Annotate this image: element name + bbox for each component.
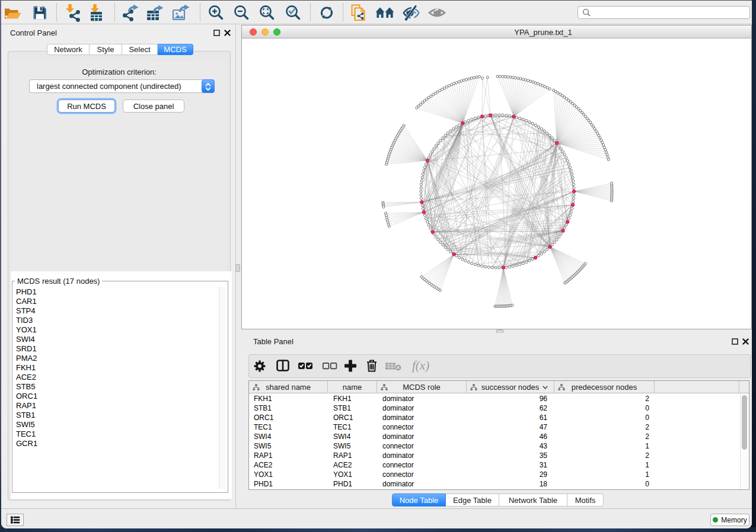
- cell-name: YOX1: [333, 470, 352, 479]
- mcds-result-item[interactable]: PMA2: [13, 354, 218, 363]
- mcds-result-item[interactable]: FKH1: [13, 363, 218, 373]
- mcds-result-scrollbar[interactable]: [219, 287, 225, 489]
- tab-node-table[interactable]: Node Table: [392, 493, 446, 507]
- hide-details-icon[interactable]: [401, 3, 422, 23]
- tab-network[interactable]: Network: [47, 44, 90, 55]
- table-row[interactable]: SWI5SWI5connector431: [249, 441, 735, 451]
- mcds-result-item[interactable]: YOX1: [13, 325, 218, 335]
- column-header-MCDS-role[interactable]: MCDS role: [377, 381, 467, 393]
- close-panel-icon[interactable]: [224, 30, 231, 36]
- mcds-result-item[interactable]: ORC1: [13, 392, 218, 401]
- close-panel-button[interactable]: Close panel: [123, 100, 184, 113]
- column-header-empty[interactable]: [655, 381, 739, 393]
- zoom-selected-icon[interactable]: [283, 3, 304, 23]
- show-details-icon[interactable]: [428, 3, 448, 23]
- clone-network-icon[interactable]: [349, 3, 369, 23]
- table-row[interactable]: TEC1TEC1connector472: [249, 422, 735, 432]
- table-row[interactable]: STB1STB1dominator620: [249, 403, 735, 413]
- open-session-icon[interactable]: [4, 3, 24, 23]
- tab-motifs[interactable]: Motifs: [567, 493, 604, 507]
- network-window-titlebar[interactable]: YPA_prune.txt_1: [242, 25, 751, 39]
- tab-style[interactable]: Style: [90, 44, 122, 55]
- mcds-result-item[interactable]: STP4: [13, 306, 218, 316]
- cell-predecessor-nodes: 2: [593, 432, 649, 441]
- table-row[interactable]: PHD1PHD1dominator180: [249, 479, 735, 489]
- add-column-icon[interactable]: [343, 358, 358, 376]
- column-header-label: name: [343, 383, 362, 392]
- mcds-result-item[interactable]: STB1: [13, 411, 218, 420]
- cell-successor-nodes: 61: [498, 413, 547, 422]
- delete-table-icon[interactable]: [385, 358, 403, 376]
- table-row[interactable]: ORC1ORC1dominator610: [249, 413, 735, 422]
- cell-name: ACE2: [333, 460, 352, 470]
- mcds-result-item[interactable]: RAP1: [13, 401, 218, 411]
- vertical-splitter-handle[interactable]: [235, 264, 240, 272]
- column-header-successor-nodes[interactable]: successor nodes: [467, 381, 554, 393]
- column-header-name[interactable]: name: [328, 381, 377, 393]
- export-table-icon[interactable]: [145, 3, 165, 23]
- delete-column-icon[interactable]: [365, 358, 379, 376]
- zoom-out-icon[interactable]: [232, 3, 252, 23]
- mcds-result-item[interactable]: SRD1: [13, 344, 218, 354]
- mcds-result-item[interactable]: SWI5: [13, 420, 218, 430]
- function-builder-icon[interactable]: f(x): [412, 358, 433, 376]
- mcds-result-item[interactable]: CAR1: [13, 297, 218, 306]
- deselect-all-icon[interactable]: [322, 358, 337, 376]
- mcds-result-item[interactable]: TEC1: [13, 430, 218, 439]
- column-header-label: shared name: [266, 383, 311, 392]
- table-row[interactable]: RAP1RAP1dominator352: [249, 451, 735, 460]
- mcds-result-item[interactable]: GCR1: [13, 439, 218, 448]
- search-input[interactable]: [578, 6, 750, 19]
- split-panel-icon[interactable]: [276, 358, 290, 376]
- table-scrollbar-thumb[interactable]: [742, 395, 747, 450]
- zoom-in-icon[interactable]: [206, 3, 227, 23]
- tab-mcds[interactable]: MCDS: [158, 44, 193, 55]
- mcds-result-item[interactable]: STB5: [13, 382, 218, 392]
- cell-name: RAP1: [333, 451, 352, 460]
- search-icon: [582, 8, 591, 17]
- column-header-shared-name[interactable]: shared name: [249, 381, 328, 393]
- float-table-panel-icon[interactable]: [732, 338, 738, 345]
- save-session-icon[interactable]: [30, 3, 50, 23]
- table-row[interactable]: YOX1YOX1connector291: [249, 470, 735, 479]
- mcds-result-item[interactable]: TID3: [13, 316, 218, 325]
- mcds-result-item[interactable]: PHD1: [13, 287, 218, 297]
- fit-content-icon[interactable]: [257, 3, 277, 23]
- mcds-result-item[interactable]: ACE2: [13, 373, 218, 382]
- mcds-result-item[interactable]: SWI4: [13, 335, 218, 344]
- export-image-icon[interactable]: [171, 3, 192, 23]
- network-graph[interactable]: [242, 39, 751, 329]
- export-network-icon[interactable]: [120, 3, 141, 23]
- table-row[interactable]: FKH1FKH1dominator962: [249, 394, 735, 403]
- column-settings-icon[interactable]: [253, 358, 267, 376]
- tab-edge-table[interactable]: Edge Table: [446, 493, 499, 507]
- cell-shared-name: SWI5: [254, 441, 271, 451]
- table-panel: Table Panel f(x) shared namenameMCDS rol…: [241, 333, 752, 508]
- tab-select[interactable]: Select: [122, 44, 158, 55]
- cell-shared-name: RAP1: [254, 451, 272, 460]
- network-canvas[interactable]: [242, 39, 751, 329]
- select-all-icon[interactable]: [298, 358, 313, 376]
- memory-button[interactable]: Memory: [710, 514, 749, 526]
- run-mcds-button[interactable]: Run MCDS: [58, 100, 115, 113]
- mcds-result-list[interactable]: PHD1CAR1STP4TID3YOX1SWI4SRD1PMA2FKH1ACE2…: [13, 287, 218, 489]
- close-table-panel-icon[interactable]: [742, 338, 749, 345]
- sort-indicator-icon: [543, 386, 548, 389]
- task-history-button[interactable]: [7, 514, 24, 526]
- table-row[interactable]: SWI4SWI4dominator462: [249, 432, 735, 441]
- cell-successor-nodes: 43: [498, 441, 547, 451]
- mcds-tab-content: Optimization criterion: largest connecte…: [8, 51, 231, 501]
- import-table-icon[interactable]: [87, 3, 107, 23]
- table-scrollbar[interactable]: [740, 394, 749, 489]
- import-network-icon[interactable]: [62, 3, 82, 23]
- column-header-predecessor-nodes[interactable]: predecessor nodes: [554, 381, 655, 393]
- cell-mcds-role: dominator: [382, 394, 414, 403]
- tab-network-table[interactable]: Network Table: [499, 493, 567, 507]
- table-row[interactable]: ACE2ACE2connector311: [249, 460, 735, 470]
- apply-layout-icon[interactable]: [317, 3, 337, 23]
- control-panel-tabs: NetworkStyleSelectMCDS: [47, 44, 193, 55]
- optimization-criterion-select[interactable]: largest connected component (undirected): [29, 79, 215, 93]
- float-panel-icon[interactable]: [213, 30, 220, 36]
- first-neighbors-icon[interactable]: [375, 3, 395, 23]
- cell-predecessor-nodes: 1: [593, 460, 649, 470]
